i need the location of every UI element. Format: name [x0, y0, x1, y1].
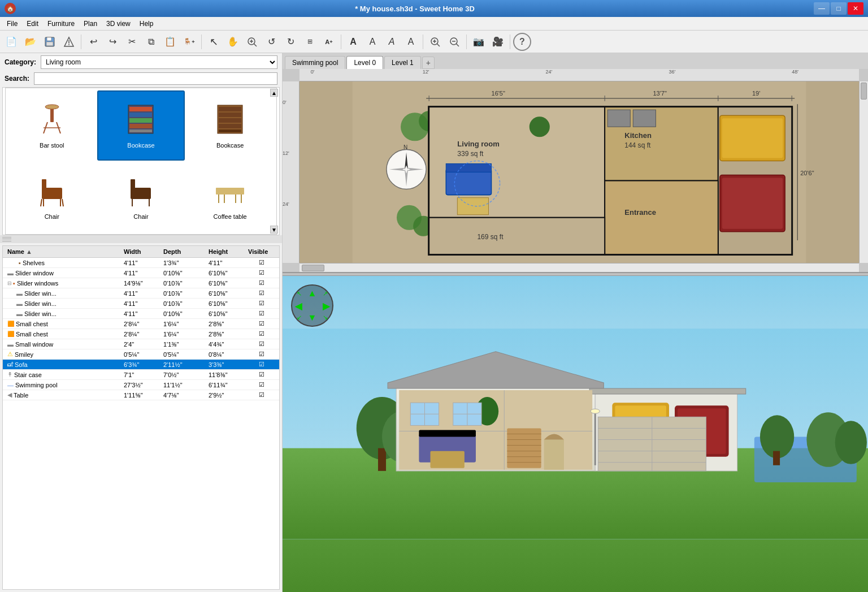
photo-button[interactable]: 📷 [470, 33, 488, 51]
nav-upleft-arrow[interactable]: ↖ [297, 290, 302, 297]
nav-downright-arrow[interactable]: ↘ [323, 314, 328, 321]
table-visible[interactable]: ☑ [246, 391, 277, 399]
menu-furniture[interactable]: Furniture [43, 19, 79, 29]
col-width[interactable]: Width [121, 247, 161, 256]
list-item-small-window[interactable]: ▬Small window 2'4" 1'1⅜" 4'4¾" ☑ [3, 339, 279, 349]
furniture-item-barstool[interactable]: Bar stool [8, 90, 96, 161]
col-depth[interactable]: Depth [161, 247, 206, 256]
slider-window-visible[interactable]: ☑ [246, 269, 277, 277]
menu-edit[interactable]: Edit [22, 19, 43, 29]
list-item-shelves[interactable]: ▪Shelves 4'11" 1'3¾" 4'11" ☑ [3, 258, 279, 268]
furniture-item-chair2[interactable]: Chair [97, 162, 185, 232]
nav-left-arrow[interactable]: ◀ [295, 300, 302, 311]
small-window-visible[interactable]: ☑ [246, 340, 277, 348]
paste-button[interactable]: 📋 [161, 33, 179, 51]
open-button[interactable]: 📂 [21, 33, 40, 51]
add-furniture-button[interactable]: 🪑+ [180, 33, 198, 51]
small-chest2-visible[interactable]: ☑ [246, 330, 277, 338]
zoom-out-button[interactable] [445, 33, 463, 51]
list-item-slider-window[interactable]: ▬Slider window 4'11" 0'10⅝" 6'10⅝" ☑ [3, 268, 279, 278]
save-button[interactable] [41, 33, 59, 51]
grid-scroll-down[interactable]: ▼ [270, 226, 278, 234]
list-item-table[interactable]: ◀Table 1'11⅝" 4'7⅛" 2'9½" ☑ [3, 390, 279, 400]
list-item-slider-win2[interactable]: ▬Slider win... 4'11" 0'10⅞" 6'10⅝" ☑ [3, 299, 279, 309]
nav-circle: ▲ ▼ ◀ ▶ ↖ ↗ ↙ ↘ [291, 284, 333, 327]
nav-down-arrow[interactable]: ▼ [308, 313, 317, 323]
menu-3dview[interactable]: 3D view [102, 19, 135, 29]
nav-right-arrow[interactable]: ▶ [323, 300, 329, 311]
nav-up-arrow[interactable]: ▲ [308, 288, 317, 299]
copy-button[interactable]: ⧉ [142, 33, 160, 51]
hand-button[interactable]: ✋ [224, 33, 242, 51]
text-light-button[interactable]: A [402, 33, 420, 51]
maximize-button[interactable]: □ [831, 2, 847, 15]
text-bold-button[interactable]: A [344, 33, 362, 51]
nav-upright-arrow[interactable]: ↗ [323, 290, 328, 297]
swimming-pool-visible[interactable]: ☑ [246, 381, 277, 389]
scan-button[interactable] [60, 33, 78, 51]
minimize-button[interactable]: — [814, 2, 830, 15]
slider-win1-height: 6'10⅝" [206, 289, 246, 297]
furniture-item-bookcase1[interactable]: Bookcase [97, 90, 185, 161]
cut-button[interactable]: ✂ [123, 33, 141, 51]
redo-button[interactable]: ↪ [103, 33, 121, 51]
help-button[interactable]: ? [513, 33, 531, 51]
small-chest1-visible[interactable]: ☑ [246, 319, 277, 328]
svg-text:Living room: Living room [457, 140, 500, 148]
furniture-item-bookcase2[interactable]: Bookcase [186, 90, 274, 161]
list-item-slider-win3[interactable]: ▬Slider win... 4'11" 0'10⅝" 6'10⅝" ☑ [3, 309, 279, 319]
list-item-swimming-pool[interactable]: —Swimming pool 27'3½" 11'1½" 6'11¾" ☑ [3, 380, 279, 390]
zoom-in-button[interactable] [426, 33, 444, 51]
menu-plan[interactable]: Plan [79, 19, 102, 29]
list-item-stair-case[interactable]: ↟Stair case 7'1" 7'0½" 11'8⅜" ☑ [3, 370, 279, 380]
menu-file[interactable]: File [2, 19, 22, 29]
hscrollbar[interactable] [300, 263, 859, 272]
text-italic-button[interactable]: A [383, 33, 401, 51]
search-input[interactable] [34, 72, 277, 85]
list-item-sofa[interactable]: 🛋Sofa 6'3¾" 2'11½" 3'3⅜" ☑ [3, 360, 279, 370]
floor-plan[interactable]: 0' 12' 24' 36' 48' 0' 12' 24' [283, 69, 868, 273]
shelves-visible[interactable]: ☑ [246, 258, 277, 267]
tab-level0[interactable]: Level 0 [346, 56, 383, 69]
sofa-visible[interactable]: ☑ [246, 360, 277, 369]
col-height[interactable]: Height [206, 247, 246, 256]
close-button[interactable]: ✕ [848, 2, 863, 15]
select-button[interactable]: ↖ [205, 33, 223, 51]
stair-case-visible[interactable]: ☑ [246, 370, 277, 379]
view-3d[interactable]: ▲ ▼ ◀ ▶ ↖ ↗ ↙ ↘ [283, 276, 868, 592]
slider-win1-visible[interactable]: ☑ [246, 289, 277, 297]
vscrollbar[interactable] [859, 81, 868, 263]
nav-downleft-arrow[interactable]: ↙ [297, 314, 302, 321]
slider-win3-visible[interactable]: ☑ [246, 309, 277, 318]
furniture-item-chair1[interactable]: Chair [8, 162, 96, 232]
smiley-width: 0'5¼" [121, 350, 161, 358]
col-visible[interactable]: Visible [246, 247, 277, 256]
undo-button[interactable]: ↩ [84, 33, 102, 51]
tab-level1[interactable]: Level 1 [384, 56, 421, 69]
video-button[interactable]: 🎥 [489, 33, 507, 51]
shelves-height: 4'11" [206, 258, 246, 267]
slider-windows-visible[interactable]: ☑ [246, 279, 277, 287]
dimension-button[interactable]: ⊞ [301, 33, 319, 51]
list-item-small-chest2[interactable]: 🟧Small chest 2'8¼" 1'6¼" 2'8⅝" ☑ [3, 329, 279, 339]
tab-swimming-pool[interactable]: Swimming pool [285, 56, 345, 69]
col-name[interactable]: Name ▲ [5, 247, 121, 256]
slider-win2-visible[interactable]: ☑ [246, 299, 277, 308]
list-item-slider-windows-group[interactable]: ⊟ ▪Slider windows 14'9⅛" 0'10⅞" 6'10⅝" ☑ [3, 278, 279, 288]
furniture-item-coffeetable[interactable]: Coffee table [186, 162, 274, 232]
text-normal-button[interactable]: A [363, 33, 381, 51]
list-item-small-chest1[interactable]: 🟧Small chest 2'8¼" 1'6¼" 2'8⅝" ☑ [3, 319, 279, 329]
text-size-button[interactable]: A+ [320, 33, 338, 51]
svg-rect-35 [42, 179, 46, 189]
new-button[interactable]: 📄 [2, 33, 20, 51]
zoom-area-button[interactable] [243, 33, 261, 51]
list-item-slider-win1[interactable]: ▬Slider win... 4'11" 0'10⅞" 6'10⅝" ☑ [3, 288, 279, 299]
category-select[interactable]: Living room Bedroom Kitchen Bathroom [41, 55, 277, 69]
tab-add-button[interactable]: + [422, 57, 435, 69]
rotate-cw-button[interactable]: ↻ [281, 33, 300, 51]
rotate-ccw-button[interactable]: ↺ [262, 33, 280, 51]
list-item-smiley[interactable]: ⚠Smiley 0'5¼" 0'5¼" 0'8¼" ☑ [3, 349, 279, 360]
grid-scroll-up[interactable]: ▲ [270, 89, 278, 97]
smiley-visible[interactable]: ☑ [246, 350, 277, 358]
menu-help[interactable]: Help [135, 19, 158, 29]
